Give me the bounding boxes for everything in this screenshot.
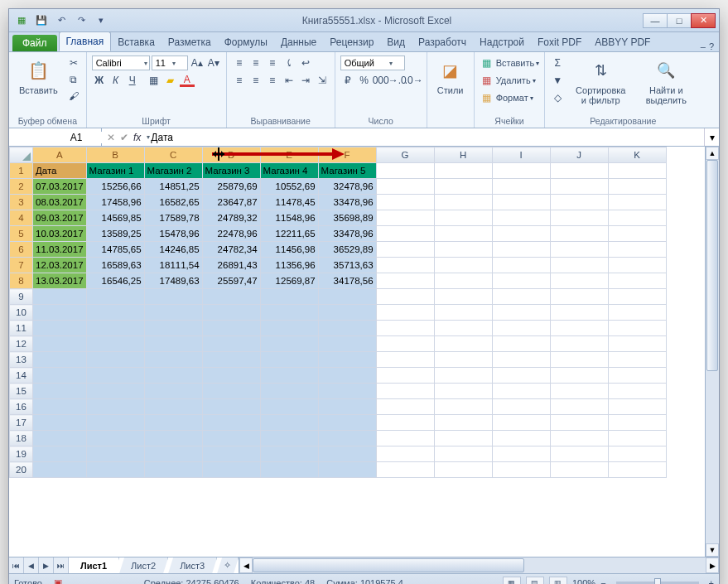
sort-filter-button[interactable]: ⇅ Сортировка и фильтр [568,56,633,107]
cell[interactable] [318,384,376,399]
cell[interactable] [492,226,550,242]
align-bottom-icon[interactable]: ≡ [265,56,280,70]
cells-insert-button[interactable]: ▦Вставить▾ [480,56,540,70]
cell[interactable] [434,289,492,305]
cell[interactable]: 14246,85 [144,242,202,258]
cell[interactable] [550,195,608,210]
cell[interactable] [492,336,550,352]
font-name-combo[interactable]: ▾ [92,56,150,70]
cell[interactable] [260,384,318,399]
comma-icon[interactable]: 000 [374,73,388,88]
grid[interactable]: ABCDEFGHIJK1ДатаМагазин 1Магазин 2Магази… [9,147,719,557]
column-header[interactable]: I [492,147,550,163]
cell[interactable] [492,446,550,462]
cell[interactable]: 33478,96 [318,226,376,242]
cell[interactable] [260,431,318,446]
cells-delete-button[interactable]: ▦Удалить▾ [480,73,540,88]
cell[interactable] [144,368,202,384]
view-pagebreak-icon[interactable]: ▥ [549,577,567,585]
sheet-tab[interactable]: Лист2 [119,557,168,573]
cell[interactable]: Магазин 5 [318,163,376,179]
cell[interactable] [376,384,434,399]
scroll-right-icon[interactable]: ▶ [706,557,719,573]
cell[interactable] [608,289,666,305]
cell[interactable] [550,384,608,399]
cell[interactable] [492,321,550,336]
cell[interactable]: 16546,25 [86,273,144,289]
cell[interactable] [434,462,492,478]
cell[interactable] [608,258,666,273]
close-button[interactable]: ✕ [691,13,716,28]
cell[interactable]: 14569,85 [86,210,144,226]
cell[interactable] [86,336,144,352]
indent-dec-icon[interactable]: ⇤ [282,73,297,88]
cell[interactable] [86,289,144,305]
ribbon-tab-foxit[interactable]: Foxit PDF [531,33,588,51]
cell[interactable] [86,415,144,431]
cell[interactable] [86,321,144,336]
cell[interactable] [260,336,318,352]
styles-button[interactable]: ◪ Стили [432,56,469,97]
cell[interactable] [260,305,318,321]
cell[interactable] [608,399,666,415]
cell[interactable]: 35698,89 [318,210,376,226]
align-right-icon[interactable]: ≡ [265,73,280,88]
cell[interactable] [33,384,87,399]
cell[interactable]: 13.03.2017 [33,273,87,289]
row-header[interactable]: 18 [10,431,33,446]
cell[interactable] [318,321,376,336]
find-select-button[interactable]: 🔍 Найти и выделить [636,56,696,107]
cell[interactable] [33,336,87,352]
cell[interactable] [376,289,434,305]
cell[interactable] [376,431,434,446]
cell[interactable] [492,195,550,210]
cell[interactable] [492,179,550,195]
cell[interactable] [144,431,202,446]
cell[interactable] [550,462,608,478]
cell[interactable]: 11356,96 [260,258,318,273]
cell[interactable] [202,305,260,321]
cell[interactable] [260,446,318,462]
cell[interactable] [33,305,87,321]
row-header[interactable]: 3 [10,195,33,210]
cell[interactable] [86,446,144,462]
cell[interactable] [86,462,144,478]
cell[interactable]: 18111,54 [144,258,202,273]
cell[interactable] [318,399,376,415]
column-header[interactable]: H [434,147,492,163]
orientation-icon[interactable]: ⤹ [282,56,297,70]
cell[interactable] [202,431,260,446]
cell[interactable] [33,446,87,462]
cell[interactable] [492,163,550,179]
cell[interactable] [33,289,87,305]
row-header[interactable]: 19 [10,446,33,462]
cell[interactable] [608,305,666,321]
autosum-icon[interactable]: Σ [550,56,565,70]
save-icon[interactable]: 💾 [32,12,51,29]
cell[interactable] [260,415,318,431]
cell[interactable] [492,368,550,384]
underline-button[interactable]: Ч [125,73,140,88]
cell[interactable] [608,384,666,399]
column-header[interactable]: B [86,147,144,163]
undo-icon[interactable]: ↶ [52,12,70,29]
decrease-decimal-icon[interactable]: .0→ [407,73,422,88]
cell[interactable] [608,242,666,258]
ribbon-tab-addins[interactable]: Надстрой [473,33,531,51]
cell[interactable] [434,163,492,179]
number-format-combo[interactable]: ▾ [340,56,405,70]
cell[interactable] [550,210,608,226]
paste-button[interactable]: 📋 Вставить [14,56,63,97]
cell[interactable]: 14785,65 [86,242,144,258]
cell[interactable] [318,462,376,478]
cell[interactable]: 22478,96 [202,226,260,242]
scroll-left-icon[interactable]: ◀ [239,557,253,573]
cell[interactable] [318,289,376,305]
cell[interactable] [608,226,666,242]
macro-record-icon[interactable]: ▣ [54,577,62,584]
cell[interactable] [492,384,550,399]
cell[interactable] [608,415,666,431]
cell[interactable]: 09.03.2017 [33,210,87,226]
cell[interactable]: 33478,96 [318,195,376,210]
cell[interactable]: 11478,45 [260,195,318,210]
